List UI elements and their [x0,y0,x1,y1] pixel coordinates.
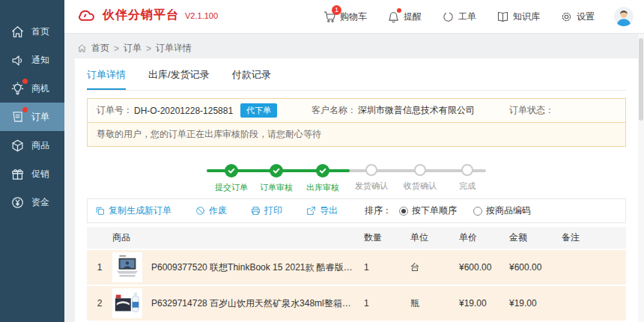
row-index: 1 [87,262,109,273]
copy-order-button[interactable]: 复制生成新订单 [95,204,171,217]
sidebar-item-home[interactable]: 首页 [0,17,64,46]
red-dot-badge [22,107,28,112]
nav-label: 知识库 [513,10,540,23]
sidebar-item-label: 订单 [31,111,49,124]
nav-workorder[interactable]: 工单 [441,10,476,23]
nav-alerts[interactable]: 提醒 [386,10,422,23]
step-dot [414,164,426,176]
sidebar-item-notice[interactable]: 通知 [0,46,64,74]
vertical-scrollbar[interactable] [638,34,644,322]
breadcrumb: 首页 > 订单 > 订单详情 [64,34,644,55]
order-detail-card: 订单详情 出库/发货记录 付款记录 订单号： DH-O-20201228-125… [75,58,638,322]
nav-settings[interactable]: 设置 [559,10,595,23]
col-amount: 金额 [506,231,559,244]
nav-knowledge[interactable]: 知识库 [496,10,540,23]
check-icon [316,164,329,177]
user-avatar[interactable] [614,7,634,26]
main-content: 首页 > 订单 > 订单详情 订单详情 出库/发货记录 付款记录 订单号： DH… [64,34,644,322]
sidebar-item-products[interactable]: 商品 [0,131,64,160]
table-row[interactable]: 2 P6329714728 百岁山饮用天然矿泉水348ml整箱小瓶运动饮料轻便随… [87,286,626,321]
yen-icon [10,195,25,210]
row-price: ¥19.00 [456,298,506,309]
product-name[interactable]: P6009377520 联想ThinkBook 15 2021款 酷睿版 英特尔… [148,261,361,274]
step-complete: 完成 [445,164,490,192]
step-receive-confirm: 收货确认 [398,164,443,192]
cart-badge: 1 [332,5,341,15]
sort-label: 排序： [365,204,392,217]
product-image [112,252,142,282]
copy-icon [95,206,105,216]
order-info-row: 订单号： DH-O-20201228-125881 代下单 客户名称： 深圳市微… [88,99,625,123]
sidebar-item-funds[interactable]: 资金 [0,188,64,216]
check-icon [270,164,283,177]
order-icon [10,109,25,124]
row-qty: 1 [361,262,407,273]
order-toolbar: 复制生成新订单 作废 打印 导出 排序： 按下单顺序 按商品编码 [87,198,626,223]
product-name[interactable]: P6329714728 百岁山饮用天然矿泉水348ml整箱小瓶运动饮料轻便随..… [148,297,361,310]
scrollbar-thumb[interactable] [639,38,643,121]
row-index: 2 [87,298,109,309]
sidebar-item-orders[interactable]: 订单 [0,103,64,131]
bell-icon [386,10,400,23]
sidebar-item-label: 通知 [31,54,49,67]
table-row[interactable]: 1 P6009377520 联想ThinkBook 15 2021款 酷睿版 英… [87,250,626,285]
table-header: 商品 数量 单位 单价 金额 备注 [87,227,626,249]
app-version: V2.1.100 [185,11,218,20]
col-unit: 单位 [407,231,456,244]
breadcrumb-separator: > [146,43,151,54]
cloud-logo-icon [76,7,97,25]
nav-cart[interactable]: 1 购物车 [323,10,367,23]
col-remark: 备注 [559,231,626,244]
nav-label: 工单 [458,10,476,23]
cube-icon [10,138,25,153]
sidebar-item-label: 资金 [31,196,49,209]
breadcrumb-item[interactable]: 订单 [124,42,142,55]
sort-by-sku-radio[interactable]: 按商品编码 [473,204,531,217]
row-amount: ¥600.00 [506,262,559,273]
nav-label: 设置 [577,10,595,23]
breadcrumb-item[interactable]: 首页 [91,42,109,55]
row-amount: ¥19.00 [506,298,559,309]
printer-icon [251,206,261,216]
tab-payment-record[interactable]: 付款记录 [232,68,271,90]
order-status-message: 尊敬的用户，您的订单正在出库审核阶段，请您耐心等待 [88,123,625,146]
tab-shipping-record[interactable]: 出库/发货记录 [148,68,210,90]
app-title: 伙伴分销平台 [103,7,179,23]
ban-icon [195,206,205,216]
export-icon [306,206,316,216]
tab-bar: 订单详情 出库/发货记录 付款记录 [87,58,626,91]
step-submit: 提交订单 [209,164,254,193]
row-qty: 1 [361,298,407,309]
sidebar-item-opportunity[interactable]: 商机 [0,74,64,103]
red-dot-badge [22,79,28,84]
logo: 伙伴分销平台 V2.1.100 [76,7,218,25]
breadcrumb-separator: > [114,43,119,54]
step-order-review: 订单审核 [254,164,299,193]
void-order-button[interactable]: 作废 [195,204,227,217]
sort-by-order-radio[interactable]: 按下单顺序 [399,204,457,217]
tab-order-detail[interactable]: 订单详情 [87,68,126,90]
ring-icon [441,10,455,23]
order-no-label: 订单号： [97,104,133,117]
sidebar-item-promotion[interactable]: 促销 [0,160,64,188]
order-status-label: 订单状态： [509,104,554,117]
row-unit: 台 [407,261,456,274]
top-nav: 1 购物车 提醒 工单 知识库 设置 [323,7,634,26]
export-button[interactable]: 导出 [306,204,338,217]
step-dot [461,164,473,176]
gift-icon [10,166,25,181]
customer-name: 深圳市微普信息技术有限公司 [358,104,475,117]
sidebar-item-label: 商机 [31,82,49,95]
customer-label: 客户名称： [312,104,356,117]
cart-icon: 1 [323,10,336,23]
topbar: 伙伴分销平台 V2.1.100 1 购物车 提醒 工单 [64,0,644,34]
radio-unchecked-icon [473,207,482,216]
col-qty: 数量 [361,231,407,244]
order-type-badge: 代下单 [240,103,277,118]
nav-label: 提醒 [404,10,422,23]
step-ship-confirm: 发货确认 [349,164,394,192]
red-dot-badge [397,8,401,13]
row-price: ¥600.00 [456,262,506,273]
nav-label: 购物车 [340,10,367,23]
print-button[interactable]: 打印 [251,204,282,217]
